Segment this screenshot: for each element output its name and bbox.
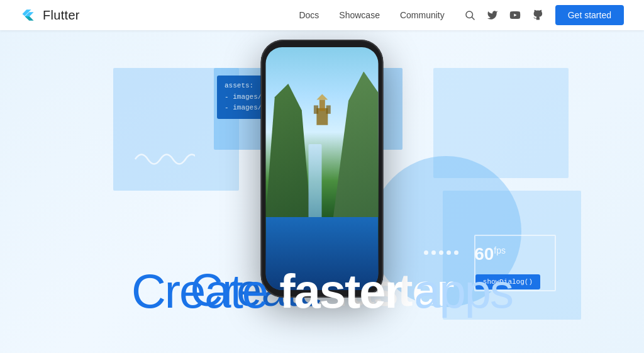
fps-indicator: 60fps (474, 244, 506, 264)
svg-line-1 (472, 17, 474, 20)
svg-rect-5 (314, 105, 318, 113)
svg-marker-4 (316, 94, 328, 99)
youtube-icon[interactable] (508, 8, 523, 23)
nav-docs[interactable]: Docs (291, 8, 326, 23)
phone-landscape-image (266, 47, 379, 290)
svg-rect-6 (326, 105, 330, 113)
svg-rect-3 (319, 99, 325, 111)
nav-community[interactable]: Community (392, 8, 452, 23)
search-icon[interactable] (462, 8, 477, 23)
flutter-logo-icon (20, 6, 38, 24)
water-bottom (266, 217, 379, 290)
main-nav: Docs Showcase Community (291, 5, 624, 25)
phone-screen (266, 47, 379, 290)
github-icon[interactable] (530, 8, 545, 23)
cliff-left (266, 84, 311, 217)
site-header: Flutter Docs Showcase Community (0, 0, 644, 30)
nav-icons (462, 8, 545, 23)
fps-value: 60 (474, 244, 494, 264)
fps-label: fps (494, 245, 506, 255)
dots-decoration (424, 250, 458, 255)
wave-decoration (132, 147, 195, 177)
svg-point-0 (466, 11, 473, 18)
nav-showcase[interactable]: Showcase (331, 8, 387, 23)
logo-text: Flutter (43, 8, 80, 23)
get-started-button[interactable]: Get started (555, 5, 624, 25)
cliff-right (333, 72, 379, 218)
hero-section: assets: - images/abaaba.jpeg - images/fe… (0, 30, 644, 353)
castle-decoration (305, 72, 339, 145)
phone-mockup (261, 40, 384, 298)
phone-frame (261, 40, 384, 298)
logo-area[interactable]: Flutter (20, 6, 80, 24)
twitter-icon[interactable] (485, 8, 500, 23)
